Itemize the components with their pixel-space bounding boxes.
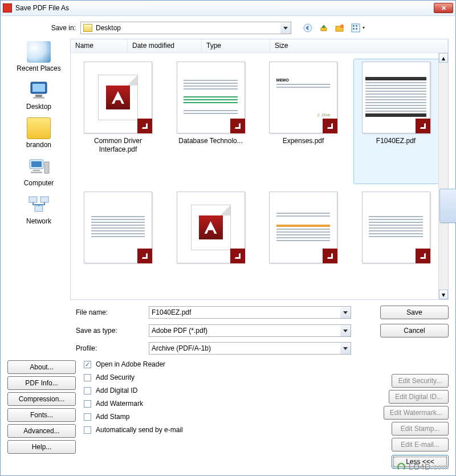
chevron-down-icon: [280, 22, 291, 34]
save-button[interactable]: Save: [380, 306, 449, 319]
checkbox-add-stamp[interactable]: [84, 413, 91, 421]
watermark-icon: [397, 463, 405, 471]
checkbox-add-watermark[interactable]: [84, 400, 91, 408]
file-item[interactable]: F1040EZ.pdf: [353, 59, 439, 184]
checkbox-open-reader[interactable]: [84, 361, 91, 368]
file-item[interactable]: Common Driver Interface.pdf: [75, 59, 161, 184]
profile-dropdown[interactable]: Archive (PDF/A-1b): [149, 342, 351, 355]
help-button[interactable]: Help...: [7, 440, 76, 454]
left-buttons: About... PDF Info... Compression... Font…: [7, 360, 76, 469]
filename-input[interactable]: F1040EZ.pdf: [149, 306, 351, 319]
sidebar-item-recent[interactable]: Recent Places: [7, 41, 70, 72]
edit-buttons: Edit Security... Edit Digital ID... Edit…: [369, 360, 449, 469]
savein-value: Desktop: [96, 24, 121, 32]
pdf-badge-icon: [416, 249, 430, 263]
file-item[interactable]: [75, 189, 161, 294]
col-size[interactable]: Size: [270, 39, 448, 52]
watermark: LO4D.com: [397, 462, 449, 471]
option-add-stamp[interactable]: Add Stamp: [84, 413, 361, 421]
svg-rect-16: [31, 172, 42, 173]
cancel-button[interactable]: Cancel: [380, 324, 449, 337]
pdf-badge-icon: [230, 249, 245, 263]
file-thumbnail: [177, 62, 245, 133]
file-thumbnail: [362, 192, 430, 263]
vertical-scrollbar[interactable]: ▴ ▾: [438, 53, 448, 299]
option-auto-email[interactable]: Automatically send by e-mail: [84, 426, 361, 434]
profile-value: Archive (PDF/A-1b): [152, 344, 211, 352]
svg-rect-10: [35, 95, 42, 97]
option-label: Open in Adobe Reader: [96, 360, 165, 368]
option-label: Add Watermark: [96, 400, 143, 408]
edit-security-button[interactable]: Edit Security...: [392, 374, 449, 388]
file-item[interactable]: [260, 189, 346, 294]
scroll-down-button[interactable]: ▾: [439, 290, 448, 299]
saveastype-dropdown[interactable]: Adobe PDF (*.pdf): [149, 324, 351, 337]
file-thumbnail: [84, 192, 152, 263]
sidebar-item-label: brandon: [7, 141, 70, 149]
sidebar-item-desktop[interactable]: Desktop: [7, 79, 70, 111]
compression-button[interactable]: Compression...: [7, 392, 76, 406]
pdf-badge-icon: [230, 119, 245, 133]
savein-label: Save in:: [44, 24, 76, 32]
checkbox-add-digitalid[interactable]: [84, 387, 91, 394]
file-item[interactable]: [353, 189, 439, 294]
svg-point-2: [340, 25, 344, 28]
col-name[interactable]: Name: [71, 39, 128, 52]
sidebar-item-label: Computer: [7, 179, 70, 187]
fonts-button[interactable]: Fonts...: [7, 408, 76, 422]
profile-label: Profile:: [76, 344, 144, 352]
column-headers: Name Date modified Type Size: [71, 39, 448, 53]
folder-icon: [83, 24, 92, 32]
edit-watermark-button[interactable]: Edit Watermark...: [384, 406, 449, 420]
pdf-badge-icon: [416, 119, 430, 133]
edit-digitalid-button[interactable]: Edit Digital ID...: [389, 390, 449, 404]
svg-point-0: [304, 24, 312, 32]
up-button[interactable]: [317, 22, 330, 34]
file-item[interactable]: Database Technolo...: [168, 59, 254, 184]
pdfinfo-button[interactable]: PDF Info...: [7, 376, 76, 390]
file-thumbnail: [84, 62, 152, 133]
sidebar-item-label: Recent Places: [7, 64, 70, 72]
file-item[interactable]: [168, 189, 254, 294]
chevron-down-icon: [340, 307, 351, 318]
option-add-digitalid[interactable]: Add Digital ID: [84, 387, 361, 394]
checkbox-add-security[interactable]: [84, 374, 91, 381]
save-dialog: Save PDF File As ✕ Save in: Desktop Rece: [0, 0, 456, 476]
close-button[interactable]: ✕: [434, 3, 453, 13]
pdf-badge-icon: [137, 119, 152, 133]
back-button[interactable]: [302, 22, 314, 34]
option-open-reader[interactable]: Open in Adobe Reader: [84, 360, 361, 368]
option-add-security[interactable]: Add Security: [84, 373, 361, 381]
file-thumbnail: [362, 62, 430, 133]
svg-rect-15: [33, 170, 40, 171]
sidebar-item-computer[interactable]: Computer: [7, 156, 70, 187]
scroll-thumb[interactable]: [439, 189, 456, 223]
svg-rect-11: [33, 97, 44, 99]
svg-rect-17: [29, 197, 37, 202]
network-icon: [27, 194, 51, 215]
scroll-up-button[interactable]: ▴: [439, 53, 448, 63]
col-type[interactable]: Type: [202, 39, 270, 52]
recent-places-icon: [27, 41, 51, 63]
file-item[interactable]: MEMOJ. DoeExpenses.pdf: [260, 59, 346, 184]
checkbox-auto-email[interactable]: [84, 426, 91, 434]
svg-rect-9: [32, 84, 45, 92]
option-label: Add Security: [96, 373, 135, 381]
sidebar-item-user[interactable]: brandon: [7, 117, 70, 149]
sidebar-item-label: Desktop: [7, 103, 70, 111]
edit-email-button[interactable]: Edit E-mail...: [392, 438, 449, 451]
new-folder-button[interactable]: [333, 22, 346, 34]
about-button[interactable]: About...: [7, 360, 76, 374]
main-area: Recent Places Desktop brandon Computer N…: [7, 39, 449, 300]
view-menu-button[interactable]: [349, 22, 370, 34]
advanced-button[interactable]: Advanced...: [7, 424, 76, 438]
filename-value: F1040EZ.pdf: [152, 308, 191, 316]
file-grid[interactable]: Common Driver Interface.pdfDatabase Tech…: [71, 53, 448, 299]
sidebar-item-network[interactable]: Network: [7, 194, 70, 225]
edit-stamp-button[interactable]: Edit Stamp...: [392, 422, 449, 436]
file-list-area: Name Date modified Type Size Common Driv…: [70, 39, 449, 300]
savein-dropdown[interactable]: Desktop: [80, 22, 291, 34]
col-date[interactable]: Date modified: [128, 39, 202, 52]
option-add-watermark[interactable]: Add Watermark: [84, 400, 361, 408]
save-fields: File name: F1040EZ.pdf Save Save as type…: [7, 306, 449, 355]
